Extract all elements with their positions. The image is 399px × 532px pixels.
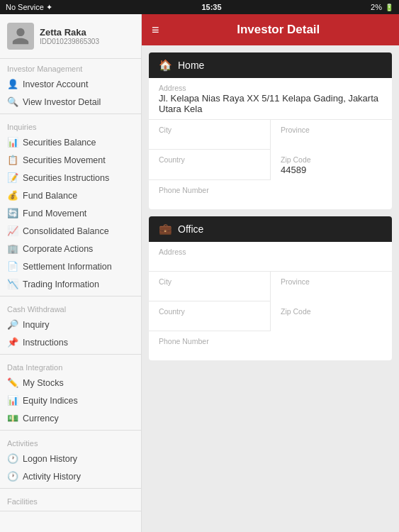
field-value <box>281 135 382 148</box>
sidebar-item-logon-history-label: Logon History <box>23 454 77 464</box>
sidebar-item-settlement-information-label: Settlement Information <box>23 262 112 272</box>
sidebar-item-my-stocks-icon: ✏️ <box>7 377 18 388</box>
sidebar-item-trading-information[interactable]: 📉Trading Information <box>0 275 141 293</box>
field-group: Country <box>149 301 271 331</box>
office-icon: 💼 <box>159 223 172 235</box>
sidebar-item-equity-indices-icon: 📊 <box>7 395 18 406</box>
menu-icon[interactable]: ≡ <box>152 23 159 38</box>
sidebar-item-securities-instructions-icon: 📝 <box>7 172 18 183</box>
sidebar-item-equity-indices[interactable]: 📊Equity Indices <box>0 392 141 409</box>
card-header-office: 💼Office <box>149 216 392 242</box>
sidebar-item-view-investor-detail-icon: 🔍 <box>7 96 18 107</box>
field-label: Country <box>159 307 260 316</box>
sidebar-item-logon-history[interactable]: 🕐Logon History <box>0 450 141 467</box>
field-row: CityProvince <box>149 272 392 301</box>
sidebar-item-instructions[interactable]: 📌Instructions <box>0 333 141 351</box>
sidebar-divider <box>0 296 141 297</box>
sidebar-item-view-investor-detail[interactable]: 🔍View Investor Detail <box>0 93 141 111</box>
field-label: Zip Code <box>281 307 382 316</box>
card-header-home: 🏠Home <box>149 52 392 78</box>
sidebar-divider <box>0 430 141 431</box>
sidebar-item-activity-history[interactable]: 🕐Activity History <box>0 467 141 485</box>
sidebar-divider <box>0 113 141 114</box>
sidebar-divider <box>0 354 141 355</box>
field-label: Zip Code <box>281 155 382 164</box>
card-office: 💼OfficeAddressCityProvinceCountryZip Cod… <box>149 216 392 360</box>
field-label: City <box>159 126 260 134</box>
sidebar-item-instructions-label: Instructions <box>23 338 68 348</box>
field-value <box>281 316 382 329</box>
sidebar-item-securities-balance[interactable]: 📊Securities Balance <box>0 133 141 151</box>
sidebar-section-label: Data Integration <box>0 358 141 374</box>
sidebar-item-securities-instructions[interactable]: 📝Securities Instructions <box>0 169 141 187</box>
field-value: 44589 <box>281 165 382 179</box>
top-bar: ≡ Investor Detail <box>142 14 399 45</box>
field-row: CountryZip Code <box>149 301 392 331</box>
sidebar-item-investor-account-icon: 👤 <box>7 79 18 89</box>
field-label: Province <box>281 277 382 286</box>
sidebar-item-fund-movement[interactable]: 🔄Fund Movement <box>0 204 141 222</box>
main-content: ≡ Investor Detail 🏠HomeAddressJl. Kelapa… <box>142 14 399 532</box>
sidebar-section-label: Investor Management <box>0 59 141 75</box>
status-bar-center: 15:35 <box>201 3 221 11</box>
field-value <box>159 195 382 208</box>
sidebar-item-my-stocks[interactable]: ✏️My Stocks <box>0 374 141 392</box>
field-label: Phone Number <box>159 186 382 194</box>
sidebar-item-fund-balance-icon: 💰 <box>7 190 18 201</box>
sidebar-item-corporate-actions-label: Corporate Actions <box>23 244 93 254</box>
sidebar-item-activity-history-icon: 🕐 <box>7 471 18 482</box>
field-group: Address <box>149 242 392 272</box>
field-group: City <box>149 120 271 150</box>
field-group: Province <box>271 120 392 150</box>
sidebar-item-securities-movement-icon: 📋 <box>7 155 18 165</box>
sidebar-item-consolidated-balance[interactable]: 📈Consolidated Balance <box>0 222 141 240</box>
sidebar-item-fund-balance[interactable]: 💰Fund Balance <box>0 187 141 204</box>
sidebar-section-label: Inquiries <box>0 117 141 133</box>
sidebar-item-equity-indices-label: Equity Indices <box>23 396 78 406</box>
user-id: IDD010239865303 <box>40 38 99 45</box>
sidebar-item-consolidated-balance-label: Consolidated Balance <box>23 226 109 236</box>
sidebar-divider <box>0 511 141 511</box>
field-group: Zip Code <box>271 301 392 331</box>
sidebar-item-fund-movement-label: Fund Movement <box>23 209 86 218</box>
status-bar: No Service ✦ 15:35 2% 🔋 <box>0 0 399 14</box>
field-group: Phone Number <box>149 331 392 360</box>
field-group: AddressJl. Kelapa Nias Raya XX 5/11 Kela… <box>149 78 392 120</box>
card-home: 🏠HomeAddressJl. Kelapa Nias Raya XX 5/11… <box>149 52 392 209</box>
home-icon: 🏠 <box>159 59 172 72</box>
field-value <box>159 346 382 359</box>
sidebar-divider <box>0 488 141 489</box>
sidebar-item-currency[interactable]: 💵Currency <box>0 409 141 427</box>
field-value <box>281 287 382 299</box>
card-body-home: AddressJl. Kelapa Nias Raya XX 5/11 Kela… <box>149 78 392 209</box>
top-bar-title: Investor Detail <box>168 23 389 37</box>
sidebar: Zetta Raka IDD010239865303 Investor Mana… <box>0 14 142 532</box>
sidebar-item-inquiry[interactable]: 🔎Inquiry <box>0 316 141 333</box>
field-value <box>159 287 260 299</box>
office-title: Office <box>178 223 203 235</box>
content-area: 🏠HomeAddressJl. Kelapa Nias Raya XX 5/11… <box>142 45 399 532</box>
battery-percentage: 2% <box>371 3 382 11</box>
field-group: City <box>149 272 271 301</box>
sidebar-item-securities-movement[interactable]: 📋Securities Movement <box>0 151 141 169</box>
field-group: Zip Code44589 <box>271 150 392 180</box>
sidebar-item-instructions-icon: 📌 <box>7 337 18 348</box>
sidebar-item-securities-instructions-label: Securities Instructions <box>23 173 109 183</box>
sidebar-item-settlement-information[interactable]: 📄Settlement Information <box>0 257 141 275</box>
field-value <box>159 135 260 148</box>
sidebar-section-label: Activities <box>0 433 141 450</box>
field-value <box>159 257 382 270</box>
sidebar-item-investor-account[interactable]: 👤Investor Account <box>0 75 141 93</box>
field-value: Jl. Kelapa Nias Raya XX 5/11 Kelapa Gadi… <box>159 93 382 118</box>
field-value <box>159 165 260 177</box>
status-bar-right: 2% 🔋 <box>371 3 393 11</box>
field-group: Province <box>271 272 392 301</box>
sidebar-item-investor-account-label: Investor Account <box>23 79 88 89</box>
sidebar-item-corporate-actions[interactable]: 🏢Corporate Actions <box>0 240 141 257</box>
sidebar-section-label: Cash Withdrawal <box>0 299 141 316</box>
sidebar-item-currency-icon: 💵 <box>7 413 18 423</box>
sidebar-item-securities-balance-label: Securities Balance <box>23 138 96 148</box>
sidebar-item-corporate-actions-icon: 🏢 <box>7 243 18 254</box>
sidebar-item-view-investor-detail-label: View Investor Detail <box>23 97 101 107</box>
sidebar-item-inquiry-icon: 🔎 <box>7 319 18 330</box>
